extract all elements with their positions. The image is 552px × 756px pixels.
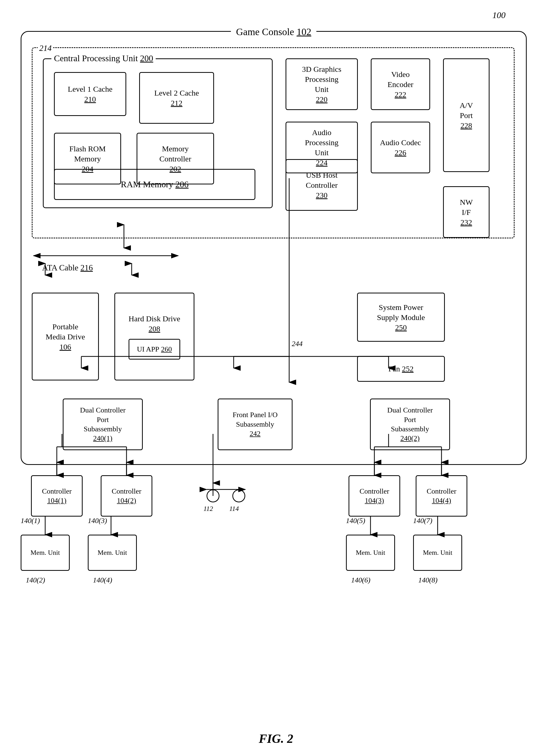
av-port-label: A/VPort	[459, 100, 473, 120]
gpu-ref: 220	[316, 95, 328, 104]
ctrl-3-box: Controller 104(3)	[349, 475, 400, 517]
front-panel-box: Front Panel I/OSubassembly 242	[218, 398, 292, 450]
circle-label-114: 114	[229, 505, 239, 513]
mem-unit-label-140-4: 140(4)	[93, 576, 112, 584]
dual-ctrl-1-ref: 240(1)	[93, 434, 113, 442]
ctrl-2-box: Controller 104(2)	[101, 475, 152, 517]
audio-codec-label: Audio Codec	[380, 137, 421, 147]
usb-host-box: USB HostController 230	[286, 159, 358, 211]
circle-112	[206, 489, 220, 502]
fan-box: Fan 252	[357, 356, 445, 382]
audio-codec-box: Audio Codec 226	[371, 122, 430, 173]
level2-cache-box: Level 2 Cache 212	[139, 72, 214, 124]
nw-if-ref: 232	[460, 218, 472, 227]
fan-ref: 252	[402, 364, 414, 373]
mem-unit-140-4-box: Mem. Unit	[88, 535, 137, 571]
ram-label: RAM Memory	[121, 179, 173, 189]
hdd-ref: 208	[149, 325, 160, 333]
mem-unit-label-140-2: 140(2)	[26, 576, 45, 584]
mem-unit-140-8-box: Mem. Unit	[413, 535, 462, 571]
ctrl-4-box: Controller 104(4)	[416, 475, 467, 517]
video-enc-label: VideoEncoder	[388, 69, 413, 89]
ui-app-label: UI APP	[137, 345, 159, 354]
power-supply-ref: 250	[395, 323, 407, 332]
nw-if-label: NWI/F	[460, 197, 473, 217]
ui-app-ref: 260	[161, 345, 172, 354]
cpu-box: Central Processing Unit 200 Level 1 Cach…	[43, 58, 273, 208]
flash-rom-label: Flash ROMMemory	[70, 144, 106, 164]
game-console-box: Game Console 102 214 Central Processing …	[21, 31, 527, 465]
hdd-label: Hard Disk Drive	[129, 313, 180, 324]
dual-ctrl-2-label: Dual ControllerPortSubassembly	[387, 405, 433, 434]
front-panel-label: Front Panel I/OSubassembly	[233, 410, 278, 429]
power-supply-label: System PowerSupply Module	[377, 302, 425, 322]
mem-unit-label-140-1: 140(1)	[21, 517, 40, 525]
portable-drive-label: PortableMedia Drive	[46, 322, 85, 342]
circle-label-112: 112	[203, 505, 213, 513]
mem-unit-140-6-box: Mem. Unit	[346, 535, 395, 571]
level2-cache-ref: 212	[171, 99, 182, 107]
ram-ref: 206	[175, 179, 188, 189]
level1-cache-label: Level 1 Cache	[67, 84, 112, 94]
figure-ref-number: 100	[493, 10, 506, 20]
level1-cache-ref: 210	[85, 95, 96, 103]
audio-codec-ref: 226	[395, 148, 406, 157]
dual-ctrl-2-ref: 240(2)	[400, 434, 420, 442]
cpu-label: Central Processing Unit 200	[51, 53, 156, 63]
portable-drive-box: PortableMedia Drive 106	[32, 293, 99, 380]
game-console-label: Game Console 102	[231, 26, 316, 37]
nw-if-box: NWI/F 232	[443, 186, 490, 238]
usb-host-label: USB HostController	[306, 170, 337, 190]
mem-unit-label-140-6: 140(6)	[351, 576, 371, 584]
label-244: 244	[292, 340, 303, 348]
label-214: 214	[38, 43, 53, 53]
mem-unit-label-140-5: 140(5)	[346, 517, 365, 525]
level1-cache-box: Level 1 Cache 210	[54, 72, 126, 116]
gpu-box: 3D GraphicsProcessingUnit 220	[286, 58, 358, 110]
video-enc-ref: 222	[395, 90, 406, 99]
level2-cache-label: Level 2 Cache	[154, 88, 199, 98]
dual-ctrl-1-box: Dual ControllerPortSubassembly 240(1)	[63, 398, 143, 450]
usb-host-ref: 230	[316, 191, 328, 200]
ctrl-1-box: Controller 104(1)	[31, 475, 83, 517]
mem-ctrl-label: MemoryController	[159, 144, 191, 164]
av-port-ref: 228	[460, 121, 472, 130]
mem-unit-label-140-7: 140(7)	[413, 517, 432, 525]
dual-ctrl-1-label: Dual ControllerPortSubassembly	[80, 405, 126, 434]
video-encoder-box: VideoEncoder 222	[371, 58, 430, 110]
power-supply-box: System PowerSupply Module 250	[357, 293, 445, 342]
ram-memory-box: RAM Memory 206	[54, 169, 255, 200]
hdd-box: Hard Disk Drive 208 UI APP 260	[114, 293, 194, 380]
av-port-box: A/VPort 228	[443, 58, 490, 172]
figure-caption: FIG. 2	[259, 732, 293, 746]
mem-unit-label-140-3: 140(3)	[88, 517, 107, 525]
ata-cable-label: ATA Cable 216	[42, 263, 93, 272]
dual-ctrl-2-box: Dual ControllerPortSubassembly 240(2)	[370, 398, 450, 450]
fan-label: Fan	[388, 364, 400, 373]
front-panel-ref: 242	[250, 429, 261, 437]
gpu-label: 3D GraphicsProcessingUnit	[302, 64, 341, 94]
mem-unit-140-2-box: Mem. Unit	[21, 535, 70, 571]
ui-app-box: UI APP 260	[129, 339, 180, 360]
audio-proc-label: AudioProcessingUnit	[305, 127, 338, 157]
portable-drive-ref: 106	[59, 343, 71, 351]
circle-114	[232, 489, 245, 502]
dashed-box-214: 214 Central Processing Unit 200 Level 1 …	[32, 47, 515, 238]
mem-unit-label-140-8: 140(8)	[418, 576, 438, 584]
